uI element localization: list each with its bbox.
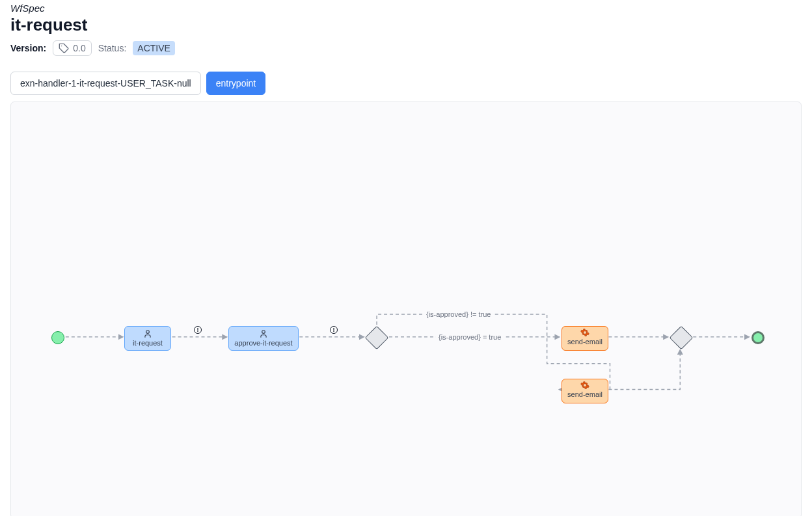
edge-label-not-true: {is-approved} != true <box>424 310 493 318</box>
alert-icon[interactable]: ! <box>330 326 338 334</box>
meta-row: Version: 0.0 Status: ACTIVE <box>10 40 802 56</box>
nop-gateway[interactable] <box>365 326 389 350</box>
gear-icon <box>580 381 589 390</box>
svg-point-8 <box>262 331 265 334</box>
svg-point-7 <box>146 331 150 334</box>
node-label: send-email <box>562 338 608 346</box>
breadcrumb-type: WfSpec <box>10 3 802 14</box>
status-badge: ACTIVE <box>133 41 175 55</box>
node-label: send-email <box>562 390 608 398</box>
version-label: Version: <box>10 43 46 53</box>
alert-icon[interactable]: ! <box>194 326 202 334</box>
entrypoint-node-icon[interactable] <box>51 331 64 344</box>
nop-gateway[interactable] <box>670 326 694 350</box>
user-icon <box>259 329 268 338</box>
threadspec-tabs: exn-handler-1-it-request-USER_TASK-null … <box>10 72 802 95</box>
version-pill[interactable]: 0.0 <box>53 40 91 56</box>
status-label: Status: <box>98 43 127 53</box>
version-value: 0.0 <box>73 43 85 53</box>
node-approve-it-request[interactable]: approve-it-request <box>228 326 299 351</box>
node-send-email-2[interactable]: send-email <box>562 379 608 403</box>
page-title: it-request <box>10 15 802 35</box>
tab-entrypoint[interactable]: entrypoint <box>206 72 265 95</box>
user-icon <box>143 329 152 338</box>
gear-icon <box>580 328 589 337</box>
tab-exn-handler[interactable]: exn-handler-1-it-request-USER_TASK-null <box>10 72 201 95</box>
edge-label-is-true: {is-approved} = true <box>436 333 504 341</box>
node-it-request[interactable]: it-request <box>124 326 171 351</box>
tag-icon <box>59 43 69 53</box>
workflow-diagram[interactable]: it-request ! approve-it-request ! {is-ap… <box>10 102 802 516</box>
exit-node-icon[interactable] <box>751 331 765 344</box>
node-label: it-request <box>125 339 170 347</box>
node-send-email-1[interactable]: send-email <box>562 326 608 351</box>
node-label: approve-it-request <box>229 339 298 347</box>
